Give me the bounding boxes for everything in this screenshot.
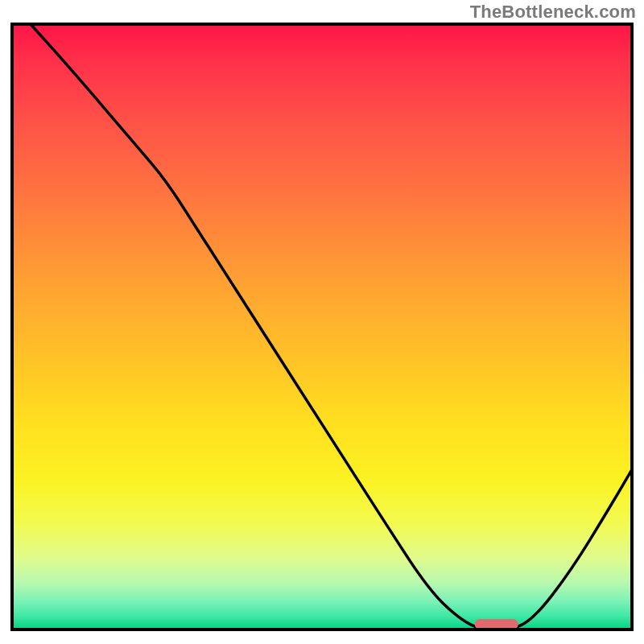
attribution-text: TheBottleneck.com — [470, 2, 636, 23]
curve-overlay — [10, 23, 634, 631]
bottleneck-curve — [29, 23, 634, 631]
plot-area — [10, 23, 634, 631]
optimal-range-marker — [475, 619, 518, 630]
chart-container: TheBottleneck.com — [0, 0, 644, 644]
